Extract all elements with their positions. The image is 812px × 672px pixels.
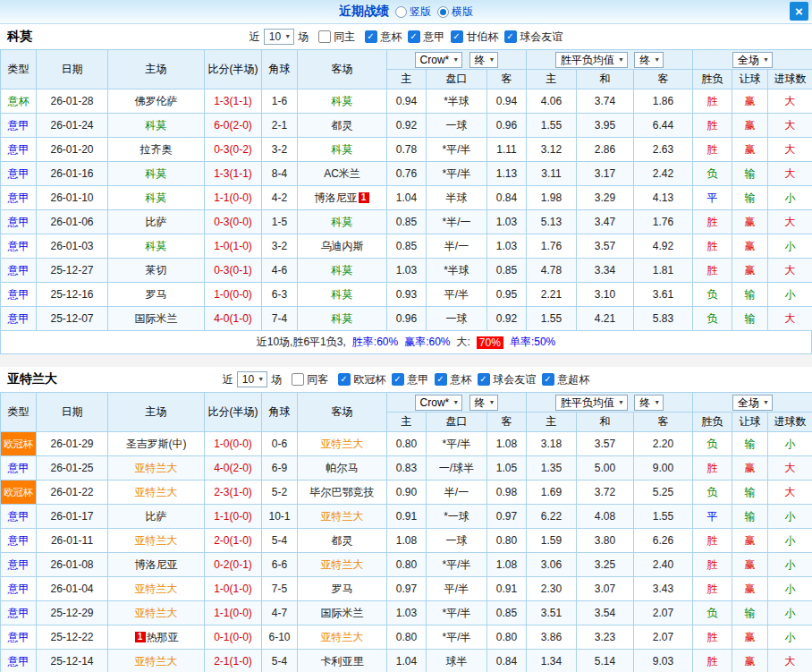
away-team-cell: 亚特兰大 [298, 432, 387, 456]
match-row: 意甲 25-12-27 莱切 0-3(0-1) 4-6 科莫 1.03 *半球 … [1, 259, 812, 283]
euro-draw-odds: 3.07 [577, 577, 634, 601]
matches-table: 类型 日期 主场 比分(半场) 角球 客场 Crow*▼ 终▼ 胜平负均值▼ 终… [0, 392, 812, 672]
filter-label: 球会友谊 [493, 372, 536, 387]
games-count-dropdown[interactable]: 10▼ [264, 29, 294, 45]
match-type: 意甲 [1, 505, 37, 529]
filter-checkbox[interactable]: 球会友谊 [504, 30, 562, 45]
odds-company-dropdown[interactable]: Crow*▼ [415, 395, 463, 411]
filter-checkbox[interactable]: 意甲 [408, 30, 444, 45]
team-name: 比萨 [146, 510, 167, 523]
result-handicap: 赢 [732, 650, 768, 672]
filter-checkbox[interactable]: 甘伯杯 [451, 30, 498, 45]
away-team-cell: 卡利亚里 [298, 650, 387, 672]
checkbox-checked-icon[interactable] [392, 373, 404, 386]
matches-table: 类型 日期 主场 比分(半场) 角球 客场 Crow*▼ 终▼ 胜平负均值▼ 终… [0, 49, 812, 331]
away-team-cell: 都灵 [298, 114, 387, 138]
asian-away-odds: 1.08 [487, 553, 527, 577]
euro-away-odds: 2.20 [634, 432, 693, 456]
home-team-cell: 亚特兰大 [108, 456, 205, 481]
match-row: 意甲 25-12-22 1热那亚 0-1(0-0) 6-10 亚特兰大 0.80… [1, 625, 812, 650]
filter-checkbox[interactable]: 意甲 [392, 372, 428, 387]
match-date: 25-12-14 [37, 650, 108, 672]
filter-checkbox[interactable]: 球会友谊 [478, 372, 536, 387]
same-home-checkbox[interactable]: 同主 [318, 30, 355, 45]
team-name: 毕尔巴鄂竞技 [310, 486, 375, 498]
asian-away-odds: 0.95 [487, 283, 527, 307]
checkbox-checked-icon[interactable] [542, 373, 554, 386]
home-team-cell: 圣吉罗斯(中) [108, 432, 205, 456]
checkbox-unchecked-icon[interactable] [292, 373, 304, 386]
asian-handicap: 一球 [427, 529, 487, 553]
col-type: 类型 [1, 393, 37, 432]
radio-horizontal-label[interactable]: 横版 [452, 4, 473, 20]
result-wdl: 胜 [693, 577, 732, 601]
radio-vertical-layout[interactable]: 竖版 [395, 4, 431, 20]
filter-checkbox[interactable]: 意超杯 [542, 372, 589, 387]
checkbox-checked-icon[interactable] [478, 373, 490, 386]
odds-company-dropdown[interactable]: Crow*▼ [415, 52, 463, 68]
asian-home-odds: 0.93 [387, 283, 427, 307]
euro-away-odds: 1.81 [634, 259, 693, 283]
checkbox-checked-icon[interactable] [504, 30, 517, 43]
team-name: 科莫 [332, 288, 353, 301]
dropdown-value: 10 [242, 373, 254, 386]
team-name: 罗马 [332, 583, 353, 595]
asian-home-odds: 0.85 [387, 234, 427, 259]
checkbox-checked-icon[interactable] [338, 373, 351, 386]
match-row: 意甲 26-01-10 科莫 1-1(0-0) 4-2 博洛尼亚1 1.04 半… [1, 186, 812, 210]
filter-checkbox[interactable]: 意杯 [365, 30, 402, 45]
radio-vertical-icon[interactable] [395, 6, 407, 18]
asian-handicap: *半球 [427, 259, 487, 283]
matches-tbody: 欧冠杯 26-01-29 圣吉罗斯(中) 1-0(0-0) 0-6 亚特兰大 0… [1, 432, 812, 672]
col-score: 比分(半场) [205, 393, 262, 432]
team-name: 佛罗伦萨 [135, 95, 178, 107]
match-type: 欧冠杯 [1, 432, 37, 456]
match-row: 意甲 26-01-20 拉齐奥 0-3(0-2) 3-2 科莫 0.78 *平/… [1, 138, 812, 162]
asian-handicap: 平/半 [427, 577, 487, 601]
asian-handicap: *平/半 [427, 432, 487, 456]
filter-bar: 科莫 近 10▼ 场 同主 意杯意甲甘伯杯球会友谊 [0, 24, 812, 49]
close-button[interactable]: × [790, 2, 808, 21]
team-name: 都灵 [332, 119, 353, 132]
radio-horizontal-layout[interactable]: 横版 [437, 4, 473, 20]
home-team-cell: 亚特兰大 [108, 481, 205, 505]
match-type: 意甲 [1, 601, 37, 625]
result-handicap: 赢 [732, 577, 768, 601]
scope-dropdown[interactable]: 全场▼ [732, 52, 773, 68]
col-result: 胜负 [693, 70, 732, 89]
euro-odds-dropdown[interactable]: 胜平负均值▼ [555, 52, 628, 68]
result-wdl: 胜 [693, 553, 732, 577]
team-name: 罗马 [146, 288, 167, 301]
checkbox-checked-icon[interactable] [365, 30, 377, 43]
away-team-cell: 乌迪内斯 [298, 234, 387, 259]
home-team-cell: 科莫 [108, 186, 205, 210]
match-date: 25-12-27 [37, 259, 108, 283]
checkbox-unchecked-icon[interactable] [318, 30, 331, 43]
euro-odds-dropdown[interactable]: 胜平负均值▼ [555, 395, 628, 411]
col-date: 日期 [37, 50, 108, 89]
filter-checkbox[interactable]: 意杯 [435, 372, 471, 387]
match-date: 26-01-25 [37, 456, 108, 481]
radio-vertical-label[interactable]: 竖版 [410, 4, 431, 20]
filter-checkbox[interactable]: 欧冠杯 [338, 372, 385, 387]
near-label: 近 [250, 30, 260, 45]
corner-score: 3-2 [262, 138, 298, 162]
euro-away-odds: 2.07 [634, 601, 693, 625]
checkbox-checked-icon[interactable] [435, 373, 447, 386]
asian-away-odds: 0.85 [487, 601, 527, 625]
checkbox-checked-icon[interactable] [408, 30, 420, 43]
radio-horizontal-icon[interactable] [437, 6, 449, 18]
games-count-dropdown[interactable]: 10▼ [237, 371, 267, 387]
same-away-checkbox[interactable]: 同客 [292, 372, 328, 387]
asian-handicap: *一球 [427, 505, 487, 529]
corner-score: 6-6 [262, 553, 298, 577]
scope-dropdown[interactable]: 全场▼ [732, 395, 773, 411]
checkbox-checked-icon[interactable] [451, 30, 463, 43]
euro-time-dropdown[interactable]: 终▼ [634, 395, 664, 411]
odds-time-dropdown[interactable]: 终▼ [469, 52, 499, 68]
odds-time-dropdown[interactable]: 终▼ [469, 395, 499, 411]
euro-time-dropdown[interactable]: 终▼ [634, 52, 664, 68]
team-name: AC米兰 [324, 167, 360, 180]
team-name: 圣吉罗斯(中) [126, 438, 187, 450]
dropdown-value: 胜平负均值 [561, 396, 614, 409]
